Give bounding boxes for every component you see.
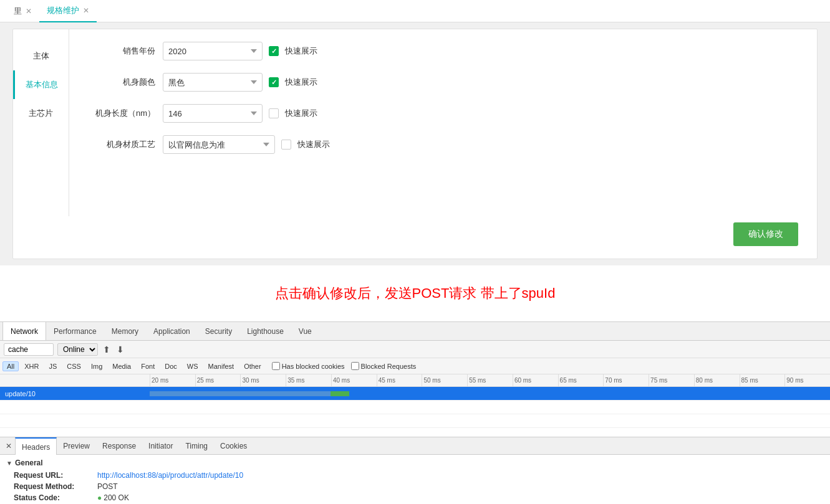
general-key-url: Request URL:: [14, 471, 95, 480]
top-tabs: 里 ✕ 规格维护 ✕: [0, 0, 830, 22]
nav-zhuti[interactable]: 主体: [13, 42, 69, 70]
filter-btn-css[interactable]: CSS: [62, 361, 85, 371]
tick-80: 80 ms: [694, 374, 740, 387]
control-color: 黑色 白色 蓝色 快速展示: [163, 73, 317, 92]
checkbox-material[interactable]: [281, 140, 291, 150]
devtools-tab-memory[interactable]: Memory: [104, 322, 146, 341]
detail-tab-initiator[interactable]: Initiator: [142, 437, 179, 455]
tab-li[interactable]: 里 ✕: [6, 0, 39, 22]
annotation-area: 点击确认修改后，发送POST请求 带上了spuId: [0, 265, 830, 321]
blocked-requests-label[interactable]: Blocked Requests: [351, 362, 417, 370]
control-year: 2020 2021 2019 快速展示: [163, 42, 317, 60]
general-row-status: Status Code: 200 OK: [6, 492, 824, 503]
upload-icon-btn[interactable]: ⬆: [102, 345, 112, 354]
download-icon-btn[interactable]: ⬇: [115, 345, 125, 354]
tick-55: 55 ms: [467, 374, 513, 387]
blocked-requests-checkbox[interactable]: [351, 362, 359, 370]
filter-input[interactable]: [4, 343, 54, 356]
devtools-tab-performance[interactable]: Performance: [46, 322, 104, 341]
network-list: update/10: [0, 387, 830, 437]
filter-btn-ws[interactable]: WS: [183, 361, 203, 371]
devtools: Network Performance Memory Application S…: [0, 321, 830, 504]
close-tab-guige[interactable]: ✕: [83, 6, 89, 15]
nav-jiben[interactable]: 基本信息: [13, 70, 69, 99]
annotation-text: 点击确认修改后，发送POST请求 带上了spuId: [275, 285, 556, 301]
detail-close-btn[interactable]: ✕: [2, 437, 15, 455]
form-row-length: 机身长度（nm） 146 148 150 快速展示: [88, 104, 798, 123]
form-area: 销售年份 2020 2021 2019 快速展示 机身颜色: [69, 29, 817, 216]
nav-zhuxp[interactable]: 主芯片: [13, 99, 69, 128]
general-value-status: 200 OK: [97, 493, 129, 502]
has-blocked-cookies-checkbox[interactable]: [272, 362, 280, 370]
general-section: ▼ General Request URL: http://localhost:…: [0, 455, 830, 504]
status-select[interactable]: Online Offline: [57, 343, 98, 356]
devtools-tab-security[interactable]: Security: [198, 322, 239, 341]
request-detail: ✕ Headers Preview Response Initiator Tim…: [0, 437, 830, 504]
tick-40: 40 ms: [331, 374, 377, 387]
filter-btn-media[interactable]: Media: [108, 361, 135, 371]
filter-btn-js[interactable]: JS: [44, 361, 61, 371]
tick-65: 65 ms: [558, 374, 604, 387]
quick-label-color: 快速展示: [285, 77, 317, 88]
form-row-color: 机身颜色 黑色 白色 蓝色 快速展示: [88, 73, 798, 92]
checkbox-year[interactable]: [269, 46, 279, 56]
filter-btn-all[interactable]: All: [2, 361, 19, 371]
tick-25: 25 ms: [195, 374, 241, 387]
detail-tab-response[interactable]: Response: [96, 437, 142, 455]
checkbox-length[interactable]: [269, 108, 279, 118]
label-year: 销售年份: [88, 45, 163, 57]
devtools-tab-network[interactable]: Network: [2, 321, 46, 340]
tick-90: 90 ms: [784, 374, 830, 387]
devtools-toolbar: Online Offline ⬆ ⬇: [0, 341, 830, 358]
general-row-url: Request URL: http://localhost:88/api/pro…: [6, 470, 824, 481]
form-row-material: 机身材质工艺 以官网信息为准 其他 快速展示: [88, 135, 798, 154]
tick-60: 60 ms: [513, 374, 558, 387]
devtools-tab-lighthouse[interactable]: Lighthouse: [239, 322, 291, 341]
network-row-selected[interactable]: update/10: [0, 387, 830, 401]
select-material[interactable]: 以官网信息为准 其他: [163, 135, 275, 154]
has-blocked-cookies-label[interactable]: Has blocked cookies: [272, 362, 345, 370]
content-layout: 主体 基本信息 主芯片 销售年份 2020 2021 2019: [13, 29, 817, 216]
main-area: 主体 基本信息 主芯片 销售年份 2020 2021 2019: [12, 29, 818, 259]
tab-guige[interactable]: 规格维护 ✕: [39, 0, 97, 22]
select-color[interactable]: 黑色 白色 蓝色: [163, 73, 263, 92]
filter-btn-img[interactable]: Img: [87, 361, 107, 371]
control-material: 以官网信息为准 其他 快速展示: [163, 135, 330, 154]
filter-type-bar: All XHR JS CSS Img Media Font Doc WS Man…: [0, 358, 830, 374]
select-year[interactable]: 2020 2021 2019: [163, 42, 263, 60]
general-value-url: http://localhost:88/api/product/attr/upd…: [97, 471, 243, 480]
timeline-ticks: 20 ms 25 ms 30 ms 35 ms 40 ms 45 ms 50 m…: [150, 374, 830, 387]
detail-tab-cookies[interactable]: Cookies: [214, 437, 253, 455]
network-row-name: update/10: [0, 390, 150, 397]
general-header: ▼ General: [6, 459, 824, 467]
label-material: 机身材质工艺: [88, 139, 163, 150]
network-timeline-bar: [150, 387, 830, 401]
general-key-status: Status Code:: [14, 493, 95, 502]
confirm-button[interactable]: 确认修改: [733, 222, 798, 246]
close-tab-li[interactable]: ✕: [26, 7, 32, 16]
select-length[interactable]: 146 148 150: [163, 104, 263, 123]
detail-tab-timing[interactable]: Timing: [179, 437, 214, 455]
tick-20: 20 ms: [150, 374, 195, 387]
filter-btn-xhr[interactable]: XHR: [20, 361, 43, 371]
filter-btn-font[interactable]: Font: [137, 361, 159, 371]
detail-tab-preview[interactable]: Preview: [57, 437, 96, 455]
filter-btn-other[interactable]: Other: [239, 361, 266, 371]
devtools-tab-vue[interactable]: Vue: [291, 322, 319, 341]
network-row-empty2[interactable]: [0, 414, 830, 428]
triangle-icon: ▼: [6, 460, 12, 467]
tick-75: 75 ms: [649, 374, 694, 387]
form-row-year: 销售年份 2020 2021 2019 快速展示: [88, 42, 798, 60]
control-length: 146 148 150 快速展示: [163, 104, 317, 123]
general-value-method: POST: [97, 482, 118, 491]
general-key-method: Request Method:: [14, 482, 95, 491]
label-length: 机身长度（nm）: [88, 108, 163, 119]
detail-tab-headers[interactable]: Headers: [15, 437, 57, 455]
network-row-empty1[interactable]: [0, 401, 830, 414]
filter-btn-manifest[interactable]: Manifest: [204, 361, 239, 371]
devtools-tab-application[interactable]: Application: [146, 322, 198, 341]
checkbox-color[interactable]: [269, 77, 279, 87]
general-row-method: Request Method: POST: [6, 481, 824, 492]
tick-30: 30 ms: [240, 374, 286, 387]
filter-btn-doc[interactable]: Doc: [160, 361, 181, 371]
